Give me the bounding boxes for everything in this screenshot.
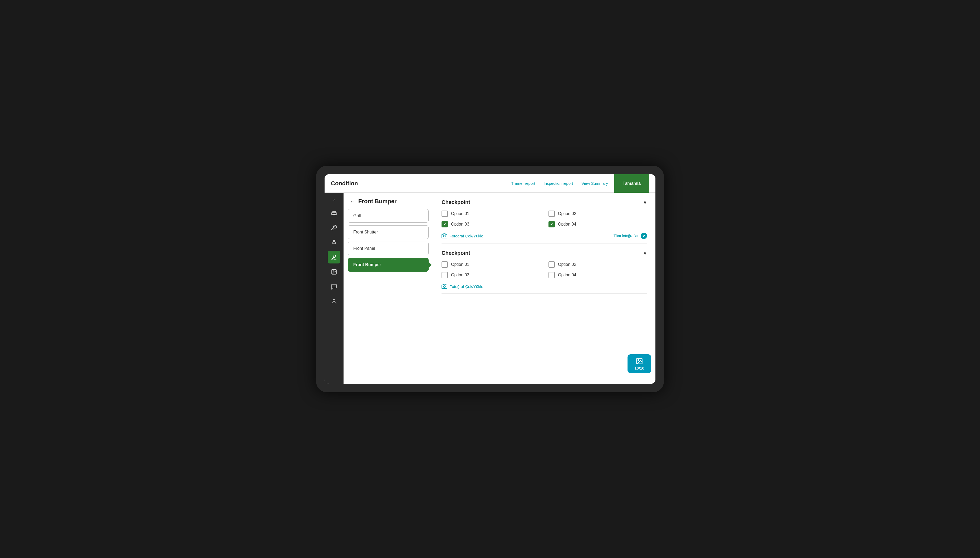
checkbox-0-2[interactable] bbox=[441, 221, 448, 227]
options-grid-1: Option 01Option 02Option 03Option 04 bbox=[441, 261, 647, 278]
chat-icon bbox=[331, 284, 337, 290]
tools-icon bbox=[331, 225, 337, 231]
person-car-icon bbox=[331, 239, 337, 246]
option-item-1-1[interactable]: Option 02 bbox=[548, 261, 647, 268]
image-icon bbox=[331, 269, 337, 275]
menu-item-1[interactable]: Front Shutter bbox=[348, 225, 428, 239]
svg-point-7 bbox=[443, 235, 445, 237]
option-item-1-3[interactable]: Option 04 bbox=[548, 272, 647, 278]
sidebar-item-car[interactable] bbox=[328, 207, 340, 219]
checkbox-1-2[interactable] bbox=[441, 272, 448, 278]
collapse-icon-1[interactable]: ∧ bbox=[643, 250, 647, 256]
option-label-1-2: Option 03 bbox=[451, 273, 469, 277]
section-title: Front Bumper bbox=[358, 198, 397, 205]
left-panel: ← Front Bumper GrillFront ShutterFront P… bbox=[344, 193, 433, 384]
icon-sidebar: › bbox=[324, 193, 344, 384]
photo-count-button[interactable]: 10/10 bbox=[628, 354, 651, 373]
car-icon bbox=[331, 210, 337, 216]
option-item-1-2[interactable]: Option 03 bbox=[441, 272, 540, 278]
menu-item-0[interactable]: Grill bbox=[348, 209, 428, 223]
svg-point-6 bbox=[333, 299, 335, 301]
options-grid-0: Option 01Option 02Option 03Option 04 bbox=[441, 210, 647, 227]
checkbox-1-0[interactable] bbox=[441, 261, 448, 268]
right-panel: Checkpoint∧Option 01Option 02Option 03Op… bbox=[433, 193, 656, 384]
svg-point-8 bbox=[443, 286, 445, 287]
svg-point-3 bbox=[334, 240, 334, 241]
svg-point-5 bbox=[333, 271, 334, 271]
option-item-1-0[interactable]: Option 01 bbox=[441, 261, 540, 268]
camera-icon bbox=[441, 233, 447, 239]
photo-btn-label-0: Fotoğraf Çek/Yükle bbox=[450, 234, 483, 238]
svg-point-10 bbox=[638, 359, 639, 361]
sidebar-item-image[interactable] bbox=[328, 266, 340, 278]
photo-btn-1[interactable]: Fotoğraf Çek/Yükle bbox=[441, 284, 483, 289]
collapse-icon-0[interactable]: ∧ bbox=[643, 199, 647, 205]
checkbox-0-0[interactable] bbox=[441, 210, 448, 217]
option-label-1-0: Option 01 bbox=[451, 262, 469, 267]
sidebar-item-person-car[interactable] bbox=[328, 236, 340, 249]
page-title: Condition bbox=[331, 180, 358, 187]
back-button[interactable]: ← bbox=[350, 199, 355, 205]
option-label-1-3: Option 04 bbox=[558, 273, 576, 277]
menu-item-3[interactable]: Front Bumper bbox=[348, 258, 428, 272]
header-nav: Tramer report Inspection report View Sum… bbox=[511, 181, 608, 185]
sidebar-toggle[interactable]: › bbox=[333, 197, 335, 202]
wrench-icon bbox=[331, 254, 337, 260]
sidebar-item-user[interactable] bbox=[328, 295, 340, 308]
photo-btn-0[interactable]: Fotoğraf Çek/Yükle bbox=[441, 233, 483, 239]
option-label-0-1: Option 02 bbox=[558, 211, 576, 216]
menu-item-2[interactable]: Front Panel bbox=[348, 241, 428, 255]
checkbox-1-3[interactable] bbox=[548, 272, 555, 278]
inspection-report-link[interactable]: Inspection report bbox=[544, 181, 573, 185]
section-header: ← Front Bumper bbox=[344, 193, 433, 209]
camera-icon bbox=[441, 284, 447, 289]
checkbox-0-1[interactable] bbox=[548, 210, 555, 217]
checkpoint-header-1: Checkpoint∧ bbox=[441, 250, 647, 256]
option-item-0-0[interactable]: Option 01 bbox=[441, 210, 540, 217]
sidebar-item-chat[interactable] bbox=[328, 280, 340, 293]
checkpoint-section-1: Checkpoint∧Option 01Option 02Option 03Op… bbox=[441, 250, 647, 294]
photo-count-label: 10/10 bbox=[634, 366, 644, 370]
image-float-icon bbox=[636, 358, 643, 365]
option-item-0-2[interactable]: Option 03 bbox=[441, 221, 540, 227]
option-label-0-0: Option 01 bbox=[451, 211, 469, 216]
user-icon bbox=[331, 298, 337, 305]
all-photos-0[interactable]: Tüm fotoğraflar2 bbox=[614, 233, 647, 239]
tramer-report-link[interactable]: Tramer report bbox=[511, 181, 535, 185]
checkpoint-header-0: Checkpoint∧ bbox=[441, 199, 647, 205]
sidebar-item-tools[interactable] bbox=[328, 222, 340, 234]
checkpoint-title-1: Checkpoint bbox=[441, 250, 470, 256]
header: Condition Tramer report Inspection repor… bbox=[324, 174, 656, 193]
sidebar-item-wrench[interactable] bbox=[328, 251, 340, 263]
view-summary-link[interactable]: View Summary bbox=[581, 181, 608, 185]
all-photos-label-0: Tüm fotoğraflar bbox=[614, 234, 639, 238]
checkpoint-title-0: Checkpoint bbox=[441, 199, 470, 205]
menu-list: GrillFront ShutterFront PanelFront Bumpe… bbox=[344, 209, 433, 276]
complete-button[interactable]: Tamamla bbox=[614, 174, 649, 193]
photo-row-1: Fotoğraf Çek/Yükle bbox=[441, 284, 647, 289]
photo-btn-label-1: Fotoğraf Çek/Yükle bbox=[450, 284, 483, 289]
option-label-0-2: Option 03 bbox=[451, 222, 469, 226]
checkbox-0-3[interactable] bbox=[548, 221, 555, 227]
option-item-0-3[interactable]: Option 04 bbox=[548, 221, 647, 227]
photo-count-badge-0: 2 bbox=[641, 233, 647, 239]
option-item-0-1[interactable]: Option 02 bbox=[548, 210, 647, 217]
checkbox-1-1[interactable] bbox=[548, 261, 555, 268]
option-label-0-3: Option 04 bbox=[558, 222, 576, 226]
option-label-1-1: Option 02 bbox=[558, 262, 576, 267]
checkpoint-section-0: Checkpoint∧Option 01Option 02Option 03Op… bbox=[441, 199, 647, 243]
main-layout: › bbox=[324, 193, 656, 384]
photo-row-0: Fotoğraf Çek/YükleTüm fotoğraflar2 bbox=[441, 233, 647, 239]
